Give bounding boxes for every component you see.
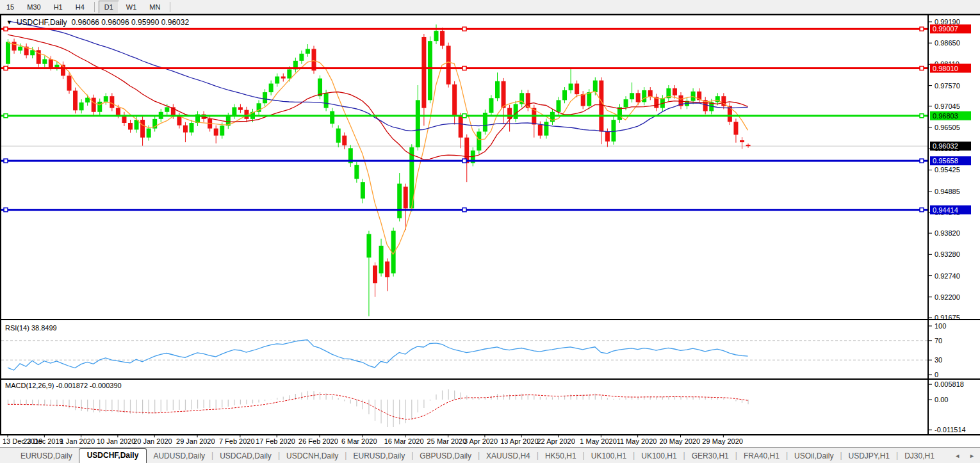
svg-text:13 Apr 2020: 13 Apr 2020 bbox=[500, 437, 538, 445]
toolbar-separator bbox=[94, 2, 95, 12]
price-chart-canvas[interactable]: 0.991900.986500.981100.975700.970450.965… bbox=[0, 14, 980, 447]
timeframe-button-h1[interactable]: H1 bbox=[48, 1, 69, 13]
tab-uk100-h1[interactable]: UK100,H1 bbox=[585, 450, 633, 463]
svg-text:7 Feb 2020: 7 Feb 2020 bbox=[219, 437, 255, 445]
toolbar-separator bbox=[170, 2, 170, 12]
tab-audusd-daily[interactable]: AUDUSD,Daily bbox=[147, 450, 211, 463]
svg-text:10 Jan 2020: 10 Jan 2020 bbox=[97, 437, 136, 445]
timeframe-toolbar: 15M30H1H4D1W1MN bbox=[0, 0, 980, 14]
svg-text:0.92740: 0.92740 bbox=[935, 272, 960, 280]
tab-usdcnh-daily[interactable]: USDCNH,Daily bbox=[280, 450, 345, 463]
svg-text:22 Apr 2020: 22 Apr 2020 bbox=[537, 437, 575, 445]
svg-text:23 Dec 2019: 23 Dec 2019 bbox=[23, 437, 63, 445]
tab-usdcad-daily[interactable]: USDCAD,Daily bbox=[213, 450, 278, 463]
tab-ger30-h1[interactable]: GER30,H1 bbox=[685, 450, 735, 463]
tab-gbpusd-daily[interactable]: GBPUSD,Daily bbox=[413, 450, 478, 463]
svg-text:0.99190: 0.99190 bbox=[935, 18, 960, 26]
svg-text:0.93820: 0.93820 bbox=[935, 229, 960, 237]
svg-text:3 Apr 2020: 3 Apr 2020 bbox=[464, 437, 498, 445]
svg-text:0.98650: 0.98650 bbox=[935, 39, 960, 47]
svg-text:0.005818: 0.005818 bbox=[935, 380, 964, 388]
timeframe-button-d1[interactable]: D1 bbox=[99, 1, 119, 13]
tab-scroll-left-icon[interactable]: ◄ bbox=[954, 453, 960, 459]
svg-text:0.93280: 0.93280 bbox=[935, 250, 960, 258]
svg-text:1 Jan 2020: 1 Jan 2020 bbox=[60, 437, 95, 445]
svg-text:25 Mar 2020: 25 Mar 2020 bbox=[427, 437, 467, 445]
tab-eurusd-daily[interactable]: EURUSD,Daily bbox=[347, 450, 411, 463]
svg-text:26 Feb 2020: 26 Feb 2020 bbox=[298, 437, 338, 445]
svg-text:0.96505: 0.96505 bbox=[935, 124, 960, 131]
svg-text:0.95658: 0.95658 bbox=[933, 157, 958, 165]
tab-uk100-h1[interactable]: UK100,H1 bbox=[635, 450, 683, 463]
svg-text:0.95425: 0.95425 bbox=[935, 166, 960, 174]
tab-dj30-h1[interactable]: DJ30,H1 bbox=[898, 450, 941, 463]
svg-text:0.00: 0.00 bbox=[935, 396, 948, 403]
tab-fra40-h1[interactable]: FRA40,H1 bbox=[737, 450, 786, 463]
svg-text:0: 0 bbox=[935, 371, 938, 378]
svg-text:0.97570: 0.97570 bbox=[935, 82, 960, 90]
tab-usoil-daily[interactable]: USOil,Daily bbox=[788, 450, 840, 463]
svg-text:16 Mar 2020: 16 Mar 2020 bbox=[384, 437, 424, 445]
svg-text:0.92200: 0.92200 bbox=[935, 293, 960, 301]
tab-scroll-arrows: ◄► bbox=[954, 453, 975, 463]
svg-text:29 Jan 2020: 29 Jan 2020 bbox=[176, 437, 215, 445]
svg-text:0.98010: 0.98010 bbox=[933, 65, 958, 72]
svg-text:-0.011514: -0.011514 bbox=[935, 426, 966, 434]
svg-text:20 Jan 2020: 20 Jan 2020 bbox=[133, 437, 172, 445]
svg-text:20 May 2020: 20 May 2020 bbox=[660, 437, 701, 445]
svg-text:6 Mar 2020: 6 Mar 2020 bbox=[341, 437, 377, 445]
chart-tab-bar: EURUSD,DailyUSDCHF,DailyAUDUSD,Daily|USD… bbox=[0, 447, 980, 463]
timeframe-button-h4[interactable]: H4 bbox=[70, 1, 90, 13]
tab-usdchf-daily[interactable]: USDCHF,Daily bbox=[79, 448, 147, 463]
tab-scroll-right-icon[interactable]: ► bbox=[969, 453, 975, 459]
svg-text:0.94414: 0.94414 bbox=[933, 206, 958, 214]
chart-window[interactable]: 0.991900.986500.981100.975700.970450.965… bbox=[0, 14, 980, 447]
timeframe-button-m30[interactable]: M30 bbox=[21, 1, 46, 13]
svg-text:30: 30 bbox=[935, 356, 942, 364]
svg-text:1 May 2020: 1 May 2020 bbox=[580, 437, 616, 445]
svg-text:0.97045: 0.97045 bbox=[935, 102, 960, 110]
svg-text:0.96032: 0.96032 bbox=[933, 142, 958, 150]
svg-text:29 May 2020: 29 May 2020 bbox=[702, 437, 743, 445]
svg-text:11 May 2020: 11 May 2020 bbox=[617, 437, 657, 445]
svg-text:0.96803: 0.96803 bbox=[933, 112, 958, 120]
tab-usdjpy-h1[interactable]: USDJPY,H1 bbox=[842, 450, 896, 463]
svg-text:100: 100 bbox=[935, 322, 946, 330]
tab-hk50-h1[interactable]: HK50,H1 bbox=[539, 450, 583, 463]
timeframe-button-w1[interactable]: W1 bbox=[120, 1, 143, 13]
timeframe-button-mn[interactable]: MN bbox=[143, 1, 166, 13]
svg-text:0.99007: 0.99007 bbox=[933, 25, 958, 33]
svg-text:0.94885: 0.94885 bbox=[935, 188, 960, 195]
timeframe-button-15[interactable]: 15 bbox=[1, 1, 20, 13]
svg-text:70: 70 bbox=[935, 337, 942, 345]
svg-text:17 Feb 2020: 17 Feb 2020 bbox=[256, 437, 295, 445]
tab-xauusd-h4[interactable]: XAUUSD,H4 bbox=[480, 450, 537, 463]
tab-eurusd-daily[interactable]: EURUSD,Daily bbox=[14, 450, 79, 463]
svg-text:0.91675: 0.91675 bbox=[935, 314, 960, 321]
